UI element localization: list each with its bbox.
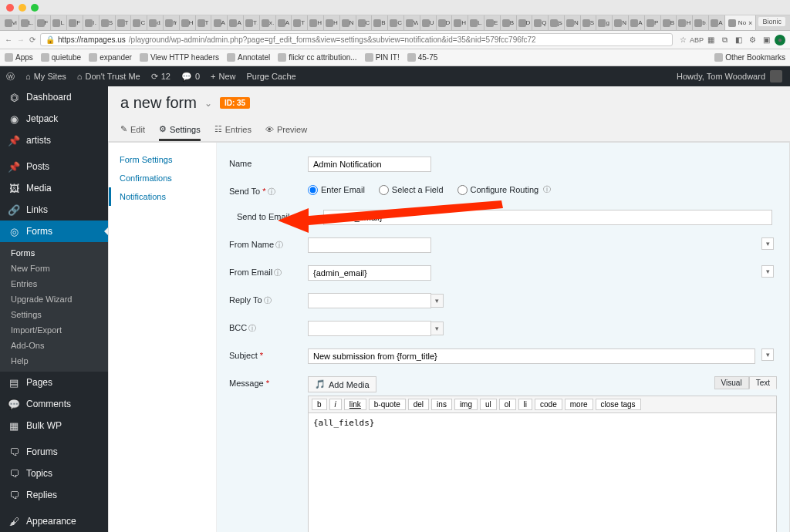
sidebar-item-appearance[interactable]: 🖌Appearance [0,510,108,532]
browser-tab[interactable]: Fu [67,15,83,30]
quicktag-button[interactable]: ul [480,399,497,410]
browser-tab[interactable]: St [581,15,597,30]
browser-tab[interactable]: H [180,15,196,30]
fromname-input[interactable] [308,237,431,253]
tab-preview[interactable]: 👁Preview [265,120,307,141]
help-icon[interactable]: ⓘ [248,324,256,332]
merge-tag-button[interactable]: ▾ [431,294,444,308]
ext-icon[interactable]: ABP [691,35,702,45]
quicktag-button[interactable]: ol [499,399,516,410]
sendtoemail-input[interactable] [323,210,772,225]
browser-tab[interactable]: N [565,15,581,30]
maximize-window-button[interactable] [31,4,39,12]
browser-tab[interactable]: br [693,15,709,30]
bookmark-item[interactable]: PIN IT! [365,53,400,62]
submenu-item[interactable]: Entries [0,276,108,291]
new-content[interactable]: + New [211,72,235,81]
sidebar-item-jetpack[interactable]: ◉Jetpack [0,108,108,130]
browser-tab[interactable]: Pi [645,15,661,30]
browser-tab[interactable]: Tl [116,15,132,30]
browser-tab[interactable]: A [276,15,292,30]
quicktag-button[interactable]: li [518,399,532,410]
help-icon[interactable]: ⓘ [275,241,283,249]
sidebar-item-media[interactable]: 🖼Media [0,177,108,199]
browser-tab[interactable]: Bk [661,15,677,30]
sidebar-item-links[interactable]: 🔗Links [0,199,108,221]
avatar[interactable] [770,70,782,82]
submenu-item[interactable]: Settings [0,307,108,322]
merge-tag-button[interactable]: ▾ [761,265,774,278]
bookmark-item[interactable]: quietube [41,53,81,62]
tab-settings[interactable]: ⚙Settings [159,120,201,141]
browser-tab[interactable]: Bk [501,15,517,30]
browser-tab[interactable]: H [452,15,468,30]
my-sites[interactable]: ⌂ My Sites [25,72,66,81]
quicktag-button[interactable]: more [565,399,593,410]
merge-tag-button[interactable]: ▾ [761,348,774,361]
browser-tab[interactable]: N [340,15,356,30]
browser-tab[interactable]: W [404,15,420,30]
quicktag-button[interactable]: code [535,399,562,410]
submenu-item[interactable]: New Form [0,261,108,276]
browser-tab[interactable]: LS [19,15,35,30]
back-button[interactable]: ← [5,35,12,44]
quicktag-button[interactable]: close tags [596,399,641,410]
browser-tab[interactable]: Cr [131,15,147,30]
help-icon[interactable]: ⓘ [543,184,551,195]
sendto-routing-option[interactable]: Configure Routingⓘ [457,184,552,195]
browser-tab[interactable]: A [709,15,725,30]
browser-tab[interactable]: H [308,15,324,30]
browser-tab[interactable]: Bk [372,15,388,30]
browser-tab[interactable]: C [388,15,404,30]
submenu-item[interactable]: Add-Ons [0,338,108,353]
bookmark-item[interactable]: Annotatel [227,53,270,62]
browser-tab[interactable]: H [324,15,340,30]
quicktag-button[interactable]: i [329,399,342,410]
browser-tab[interactable]: Tl [196,15,212,30]
reload-button[interactable]: ⟳ [29,35,35,44]
browser-tab[interactable]: Q [532,15,549,30]
other-bookmarks[interactable]: Other Bookmarks [714,53,785,62]
sidebar-item-pages[interactable]: ▤Pages [0,372,108,393]
bookmark-item[interactable]: View HTTP headers [140,53,219,62]
quicktag-button[interactable]: b-quote [369,399,406,410]
browser-tab[interactable]: A [211,15,228,30]
browser-tab[interactable]: C [356,15,373,30]
browser-tab[interactable]: A [629,15,645,30]
merge-tag-button[interactable]: ▾ [431,322,444,335]
browser-profile[interactable]: Bionic [758,17,785,26]
browser-tab[interactable]: H [677,15,693,30]
help-icon[interactable]: ⓘ [274,268,282,277]
sidenav-form-settings[interactable]: Form Settings [109,150,216,169]
browser-tab[interactable]: U [420,15,437,30]
sendto-email-option[interactable]: Enter Email [308,185,365,195]
add-media-button[interactable]: 🎵Add Media [308,376,376,392]
tab-entries[interactable]: ☷Entries [214,120,252,141]
browser-tab-active[interactable]: No× [725,15,757,30]
ext-icon[interactable]: ☆ [677,35,688,45]
browser-tab[interactable]: fr [164,15,180,30]
ext-icon[interactable]: ◧ [733,35,744,45]
editor-tab-visual[interactable]: Visual [714,376,749,389]
submenu-item[interactable]: Help [0,353,108,369]
close-window-button[interactable] [6,4,14,12]
howdy-text[interactable]: Howdy, Tom Woodward [677,72,765,81]
url-input[interactable]: 🔒 https://rampages.us/playground/wp-admi… [40,33,673,46]
bookmark-item[interactable]: flickr cc attribution... [278,53,356,62]
ext-icon[interactable]: ▣ [761,35,771,45]
minimize-window-button[interactable] [19,4,26,12]
sidebar-item-topics[interactable]: 🗨Topics [0,463,108,484]
browser-tab[interactable]: xn [260,15,276,30]
subject-input[interactable] [308,348,755,364]
ext-icon[interactable]: ▦ [705,35,716,45]
browser-tab[interactable]: Fu [35,15,52,30]
browser-tab[interactable]: vi [3,15,19,30]
help-icon[interactable]: ⓘ [264,296,272,305]
browser-tab[interactable]: Tl [292,15,308,30]
browser-tab[interactable]: js [549,15,565,30]
sidebar-item-comments[interactable]: 💬Comments [0,393,108,415]
sidebar-item-artists[interactable]: 📌artists [0,130,108,151]
browser-tab[interactable]: A [228,15,244,30]
merge-tag-button[interactable]: ▾ [761,237,774,250]
editor-tab-text[interactable]: Text [749,376,777,389]
